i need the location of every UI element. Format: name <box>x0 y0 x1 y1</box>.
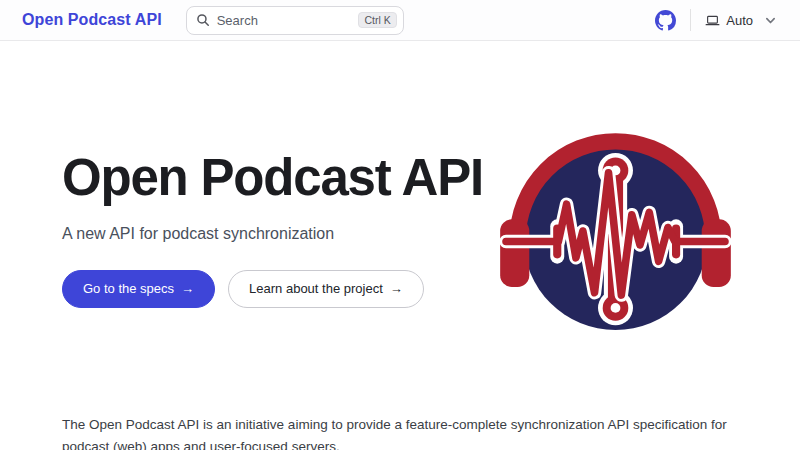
laptop-icon <box>705 13 720 28</box>
arrow-right-icon: → <box>181 281 194 296</box>
navbar-divider <box>690 9 691 31</box>
site-title-link[interactable]: Open Podcast API <box>22 11 162 29</box>
navbar: Open Podcast API Search Ctrl K Auto <box>0 0 800 41</box>
go-to-specs-button[interactable]: Go to the specs → <box>62 270 215 308</box>
search-input[interactable]: Search Ctrl K <box>186 6 404 35</box>
theme-label: Auto <box>726 13 753 28</box>
search-icon <box>196 13 210 27</box>
arrow-right-icon: → <box>390 281 403 296</box>
intro-paragraph: The Open Podcast API is an initiative ai… <box>62 414 752 450</box>
learn-about-project-label: Learn about the project <box>249 281 383 296</box>
go-to-specs-label: Go to the specs <box>83 281 174 296</box>
learn-about-project-button[interactable]: Learn about the project → <box>228 270 424 308</box>
hero-title: Open Podcast API <box>62 149 492 208</box>
github-icon[interactable] <box>655 10 676 31</box>
navbar-right: Auto <box>655 9 776 31</box>
hero-section: Open Podcast API A new API for podcast s… <box>62 149 492 308</box>
main-content: Open Podcast API A new API for podcast s… <box>0 41 800 450</box>
hero-logo-image <box>499 118 732 351</box>
theme-switcher[interactable]: Auto <box>705 13 776 28</box>
search-shortcut-badge: Ctrl K <box>358 12 396 29</box>
chevron-down-icon <box>765 15 776 26</box>
search-placeholder: Search <box>217 13 359 28</box>
hero-actions: Go to the specs → Learn about the projec… <box>62 270 492 308</box>
hero-tagline: A new API for podcast synchronization <box>62 225 492 243</box>
